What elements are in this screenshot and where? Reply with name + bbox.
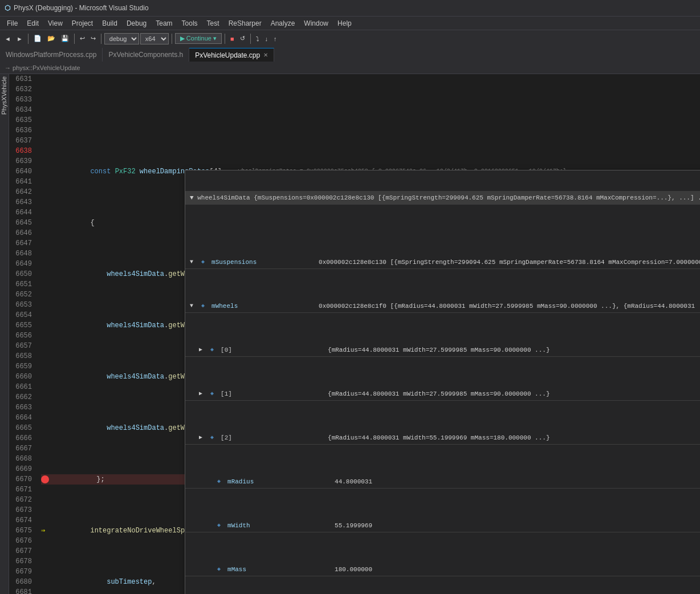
field-name: mRadius [227,477,330,487]
field-icon: ◈ [217,520,221,531]
tooltip-row-mradius[interactable]: ◈ mRadius 44.8000031 [185,475,700,489]
breadcrumb-arrow: → [5,64,11,71]
menu-analyze[interactable]: Analyze [266,18,300,29]
tooltip-row-mmass[interactable]: ◈ mMass 180.000000 [185,563,700,576]
debug-tooltip[interactable]: ▼ wheels4SimData {mSuspensions=0x000002c… [185,170,700,594]
field-value: 44.8000031 [335,477,372,487]
debug-config-dropdown[interactable]: debug [104,33,139,44]
menu-tools[interactable]: Tools [177,18,202,29]
expand-icon[interactable]: ▶ [199,389,206,399]
tab-label: PxVehicleComponents.h [108,51,183,59]
code-lines[interactable]: const PxF32 wheelDampingRates [4]= wheel… [36,74,700,594]
expand-icon[interactable]: ▶ [199,345,206,355]
title-bar: ⬡ PhysX (Debugging) - Microsoft Visual S… [0,0,700,16]
field-value: 55.1999969 [335,520,372,531]
field-icon: ◈ [217,477,221,487]
ln: 6672 [9,495,32,505]
menu-view[interactable]: View [43,18,67,29]
field-value: 180.000000 [335,564,372,575]
expand-icon [206,564,213,575]
ln: 6642 [9,187,32,197]
menu-project[interactable]: Project [67,18,97,29]
field-value: {mRadius=44.8000031 mWidth=55.1999969 mM… [328,433,550,443]
field-value: {mRadius=44.8000031 mWidth=27.5999985 mM… [328,389,550,399]
ln: 6655 [9,320,32,331]
field-icon: ◈ [210,345,214,355]
stop-btn[interactable]: ■ [228,34,237,43]
tooltip-row-1[interactable]: ▶ ◈ [1] {mRadius=44.8000031 mWidth=27.59… [185,388,700,401]
ln: 6676 [9,536,32,546]
ln: 6671 [9,485,32,495]
field-icon: ◈ [210,389,214,399]
ln: 6634 [9,105,32,115]
step-out-btn[interactable]: ↑ [271,34,279,43]
ln: 6646 [9,228,32,238]
ln: 6650 [9,269,32,279]
tooltip-row-mwidth[interactable]: ◈ mWidth 55.1999969 [185,519,700,532]
tooltip-row-suspensions[interactable]: ▼ ◈ mSuspensions 0x000002c128e8c130 [{mS… [185,256,700,269]
tab-label: PxVehicleUpdate.cpp [195,51,260,59]
tab-pxvehicleupdate[interactable]: PxVehicleUpdate.cpp ✕ [189,48,274,62]
ln: 6681 [9,587,32,594]
ln: 6640 [9,166,32,177]
ln: 6639 [9,156,32,166]
ln: 6637 [9,136,32,146]
toolbar-sep-4 [172,34,172,44]
tooltip-row-2[interactable]: ▶ ◈ [2] {mRadius=44.8000031 mWidth=55.19… [185,432,700,445]
ln: 6667 [9,444,32,454]
undo-btn[interactable]: ↩ [78,34,87,43]
tab-windowsplatformprocess[interactable]: WindowsPlatformProcess.cpp [0,48,103,62]
expand-icon[interactable]: ▶ [199,433,206,443]
ln: 6654 [9,310,32,320]
code-container[interactable]: 6631 6632 6633 6634 6635 6636 6637 6638 … [9,74,700,594]
field-name: mWidth [227,520,330,531]
back-btn[interactable]: ◄ [2,34,13,43]
menu-build[interactable]: Build [97,18,122,29]
step-into-btn[interactable]: ↓ [263,34,271,43]
ln: 6632 [9,84,32,95]
continue-button[interactable]: ▶ Continue ▾ [175,33,222,44]
field-name: mMass [227,564,330,575]
ln: 6659 [9,361,32,372]
ln: 6633 [9,95,32,105]
ln: 6636 [9,125,32,136]
tab-close-icon[interactable]: ✕ [263,52,268,58]
field-icon: ◈ [210,433,214,443]
menu-help[interactable]: Help [333,18,356,29]
code-area[interactable]: 6631 6632 6633 6634 6635 6636 6637 6638 … [9,74,700,594]
menu-resharper[interactable]: ReSharper [224,18,266,29]
menu-edit[interactable]: Edit [22,18,43,29]
platform-dropdown[interactable]: x64 [140,33,169,44]
step-over-btn[interactable]: ⤵ [254,34,262,43]
code-line-6631 [41,115,700,125]
field-icon: ◈ [201,257,205,267]
restart-btn[interactable]: ↺ [238,34,247,43]
menu-test[interactable]: Test [202,18,224,29]
new-project-btn[interactable]: 📄 [31,34,44,43]
menu-debug[interactable]: Debug [122,18,151,29]
tab-pxvehiclecomponents[interactable]: PxVehicleComponents.h [103,48,189,62]
expand-icon[interactable]: ▼ [190,301,197,311]
tooltip-content: ▼ ◈ mSuspensions 0x000002c128e8c130 [{mS… [185,225,700,594]
forward-btn[interactable]: ► [14,34,25,43]
ln: 6668 [9,454,32,464]
open-btn[interactable]: 📂 [45,34,58,43]
ln: 6658 [9,351,32,361]
menu-window[interactable]: Window [299,18,333,29]
menu-team[interactable]: Team [151,18,177,29]
ln: 6661 [9,382,32,392]
menu-file[interactable]: File [2,18,22,29]
tooltip-row-mwheels[interactable]: ▼ ◈ mWheels 0x000002c128e8c1f0 [{mRadius… [185,300,700,313]
ln: 6670 [9,474,32,485]
tooltip-row-0[interactable]: ▶ ◈ [0] {mRadius=44.8000031 mWidth=27.59… [185,344,700,357]
ln: 6662 [9,392,32,402]
expand-icon[interactable]: ▼ [190,257,197,267]
ln: 6675 [9,526,32,536]
ln: 6674 [9,515,32,526]
toolbar-sep-2 [74,34,75,44]
ln: 6669 [9,464,32,474]
ln: 6651 [9,279,32,290]
ln: 6631 [9,74,32,84]
save-btn[interactable]: 💾 [59,34,71,43]
redo-btn[interactable]: ↪ [88,34,98,43]
